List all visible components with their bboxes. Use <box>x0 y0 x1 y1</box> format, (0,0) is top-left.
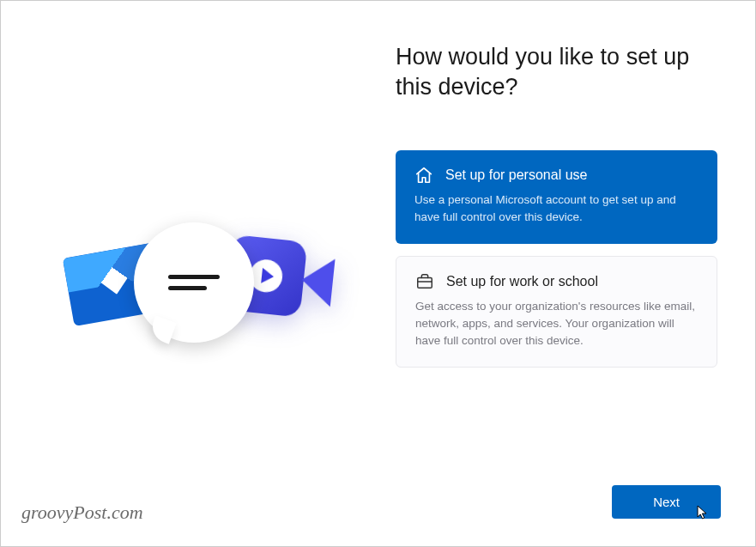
setup-illustration <box>52 214 327 368</box>
page-title: How would you like to set up this device… <box>396 42 717 102</box>
home-icon <box>414 166 433 185</box>
option-title: Set up for work or school <box>446 274 598 289</box>
content-panel: How would you like to set up this device… <box>387 1 755 546</box>
option-personal-use[interactable]: Set up for personal use Use a personal M… <box>396 150 717 244</box>
next-button[interactable]: Next <box>612 485 721 519</box>
speech-bubble-icon <box>134 222 254 343</box>
option-description: Get access to your organization's resour… <box>415 298 698 350</box>
illustration-panel <box>1 1 387 546</box>
option-title: Set up for personal use <box>445 167 587 183</box>
svg-rect-0 <box>418 277 432 288</box>
watermark: groovyPost.com <box>21 501 143 524</box>
option-work-school[interactable]: Set up for work or school Get access to … <box>396 256 717 368</box>
briefcase-icon <box>415 272 434 291</box>
option-description: Use a personal Microsoft account to get … <box>414 191 699 227</box>
